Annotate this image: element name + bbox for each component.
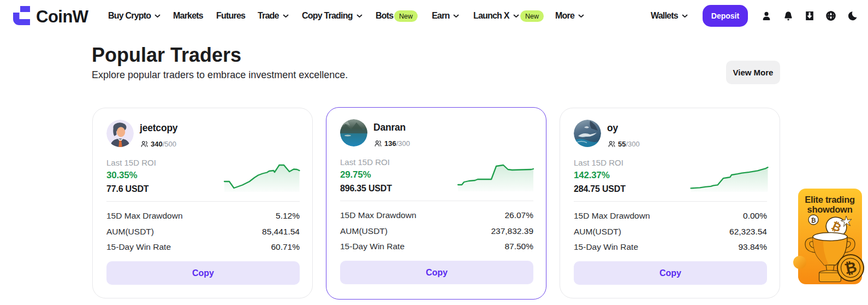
svg-text:showdown: showdown [807,204,853,214]
svg-text:₿: ₿ [811,217,816,224]
svg-text:Elite trading: Elite trading [805,195,854,204]
